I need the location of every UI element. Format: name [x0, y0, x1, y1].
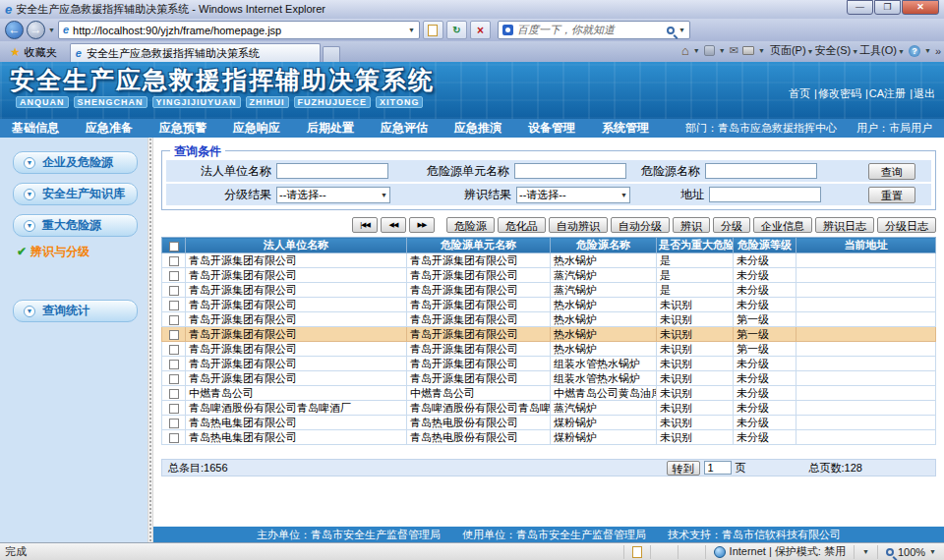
row-checkbox[interactable] [169, 315, 179, 325]
select-all-checkbox[interactable] [169, 242, 179, 252]
home-icon[interactable]: ⌂ [681, 43, 689, 58]
maximize-button[interactable]: ❐ [874, 0, 901, 15]
forward-button[interactable]: → [27, 21, 45, 39]
favorites-button[interactable]: ★ 收藏夹 [3, 43, 64, 61]
query-search-button[interactable]: 查询 [868, 163, 915, 180]
query-input[interactable] [514, 163, 626, 179]
back-button[interactable]: ← [5, 21, 24, 39]
row-checkbox[interactable] [169, 286, 179, 296]
mail-icon[interactable]: ✉ [730, 44, 738, 57]
menu-item[interactable]: 后期处置 [307, 120, 354, 137]
command-menu-0[interactable]: 页面(P) [769, 44, 807, 56]
table-row[interactable]: 青岛啤酒股份有限公司青岛啤酒厂青岛啤酒股份有限公司青岛啤酒厂蒸汽锅炉未识别未分级 [162, 401, 936, 416]
new-tab-button[interactable] [323, 46, 340, 62]
table-row[interactable]: 青岛开源集团有限公司青岛开源集团有限公司热水锅炉未识别第一级 [162, 312, 936, 327]
toolbar-button-4[interactable]: 辨识 [673, 217, 710, 233]
toolbar-button-2[interactable]: 自动辨识 [549, 217, 608, 233]
close-button[interactable]: ✕ [902, 0, 939, 15]
home-dropdown-icon[interactable]: ▼ [693, 47, 700, 54]
menu-item[interactable]: 基础信息 [12, 120, 59, 137]
header-link[interactable]: 修改密码 [817, 87, 862, 99]
row-checkbox[interactable] [169, 256, 179, 266]
menu-item[interactable]: 应急响应 [233, 120, 280, 137]
row-checkbox[interactable] [169, 271, 179, 281]
menu-item[interactable]: 应急预警 [159, 120, 206, 137]
sidebar-group[interactable]: ▼安全生产知识库 [13, 183, 138, 205]
table-row[interactable]: 青岛开源集团有限公司青岛开源集团有限公司组装水管热水锅炉未识别未分级 [162, 357, 936, 371]
menu-item[interactable]: 应急准备 [86, 120, 133, 137]
table-row[interactable]: 青岛热电集团有限公司青岛热电股份有限公司煤粉锅炉未识别未分级 [162, 430, 936, 445]
address-url[interactable]: http://localhost:90/yjzh/frame/homepage.… [73, 25, 404, 36]
command-menu-2[interactable]: 工具(O) [858, 44, 898, 56]
menu-item[interactable]: 设备管理 [528, 120, 575, 137]
table-row[interactable]: 中燃青岛公司中燃青岛公司中燃青岛公司黄岛油库锅炉未识别未分级 [162, 386, 936, 401]
rss-icon[interactable] [704, 45, 715, 56]
row-checkbox[interactable] [169, 433, 179, 443]
menu-item[interactable]: 应急推演 [454, 120, 502, 137]
pager-next-button[interactable]: ▶▶ [409, 217, 435, 233]
toolbar-button-1[interactable]: 危化品 [498, 217, 546, 233]
row-checkbox[interactable] [169, 360, 179, 369]
table-row[interactable]: 青岛开源集团有限公司青岛开源集团有限公司热水锅炉未识别第一级 [162, 342, 936, 357]
pager-prev-button[interactable]: ◀◀ [381, 217, 406, 233]
command-menu-1[interactable]: 安全(S) [814, 44, 853, 56]
search-icon[interactable] [667, 27, 675, 34]
table-row[interactable]: 青岛开源集团有限公司青岛开源集团有限公司组装水管热水锅炉未识别未分级 [162, 371, 936, 386]
sidebar-item-active[interactable]: ✔辨识与分级 [17, 244, 148, 260]
more-commands-icon[interactable]: » [935, 45, 941, 57]
toolbar-button-3[interactable]: 自动分级 [611, 217, 670, 233]
header-link[interactable]: 退出 [913, 87, 936, 99]
menu-item[interactable]: 系统管理 [602, 120, 649, 137]
address-dropdown-icon[interactable]: ▼ [408, 27, 415, 33]
query-input[interactable] [705, 163, 817, 179]
pager-first-button[interactable]: |◀◀ [352, 217, 378, 233]
query-select[interactable]: --请选择--▼ [276, 187, 390, 203]
menu-item[interactable]: 应急评估 [381, 120, 428, 137]
toolbar-button-8[interactable]: 分级日志 [877, 217, 936, 233]
table-row[interactable]: 青岛热电集团有限公司青岛热电股份有限公司煤粉锅炉未识别未分级 [162, 416, 936, 430]
query-input[interactable] [709, 187, 821, 202]
row-checkbox[interactable] [169, 301, 179, 310]
row-checkbox[interactable] [169, 404, 179, 414]
table-row[interactable]: 青岛开源集团有限公司青岛开源集团有限公司蒸汽锅炉是未分级 [162, 283, 936, 298]
page-number-input[interactable] [704, 461, 732, 475]
help-dropdown-icon[interactable]: ▼ [924, 47, 931, 54]
row-checkbox[interactable] [169, 330, 179, 340]
row-checkbox[interactable] [169, 345, 179, 355]
rss-dropdown-icon[interactable]: ▼ [719, 47, 726, 54]
row-checkbox[interactable] [169, 374, 179, 384]
print-dropdown-icon[interactable]: ▼ [758, 47, 765, 54]
sidebar-group[interactable]: ▼查询统计 [13, 300, 138, 322]
protected-mode-segment[interactable]: ▼ [854, 545, 877, 559]
zoom-control[interactable]: 100% ▼ [877, 545, 944, 559]
query-input[interactable] [276, 163, 388, 179]
minimize-button[interactable]: — [847, 0, 873, 15]
history-dropdown-icon[interactable]: ▼ [48, 27, 55, 33]
table-row[interactable]: 青岛开源集团有限公司青岛开源集团有限公司热水锅炉未识别未分级 [162, 298, 936, 312]
browser-tab[interactable]: e 安全生产应急救援指挥辅助决策系统 [70, 43, 321, 62]
stop-button[interactable]: × [470, 21, 491, 39]
query-reset-button[interactable]: 重置 [868, 187, 915, 203]
search-placeholder[interactable]: 百度一下，你就知道 [517, 23, 663, 37]
toolbar-button-5[interactable]: 分级 [713, 217, 750, 233]
toolbar-button-0[interactable]: 危险源 [446, 217, 495, 233]
toolbar-button-6[interactable]: 企业信息 [753, 217, 812, 233]
address-field[interactable]: e http://localhost:90/yjzh/frame/homepag… [58, 21, 420, 39]
header-link[interactable]: 首页 [788, 87, 811, 99]
query-select[interactable]: --请选择--▼ [516, 187, 630, 203]
help-icon[interactable]: ? [909, 45, 920, 57]
search-box[interactable]: 百度一下，你就知道 ▼ [498, 21, 690, 39]
toolbar-button-7[interactable]: 辨识日志 [815, 217, 874, 233]
compatibility-view-button[interactable] [423, 21, 443, 39]
refresh-button[interactable]: ↻ [446, 21, 467, 39]
table-row[interactable]: 青岛开源集团有限公司青岛开源集团有限公司蒸汽锅炉是未分级 [162, 268, 936, 283]
header-link[interactable]: CA注册 [868, 87, 907, 99]
row-checkbox[interactable] [169, 419, 179, 428]
search-dropdown-icon[interactable]: ▼ [678, 27, 685, 33]
sidebar-group[interactable]: ▼企业及危险源 [13, 151, 138, 174]
sidebar-group[interactable]: ▼重大危险源 [13, 214, 138, 237]
goto-page-button[interactable]: 转到 [667, 461, 700, 476]
print-icon[interactable] [742, 46, 754, 55]
row-checkbox[interactable] [169, 389, 179, 399]
table-row[interactable]: 青岛开源集团有限公司青岛开源集团有限公司热水锅炉未识别第一级 [162, 327, 936, 342]
